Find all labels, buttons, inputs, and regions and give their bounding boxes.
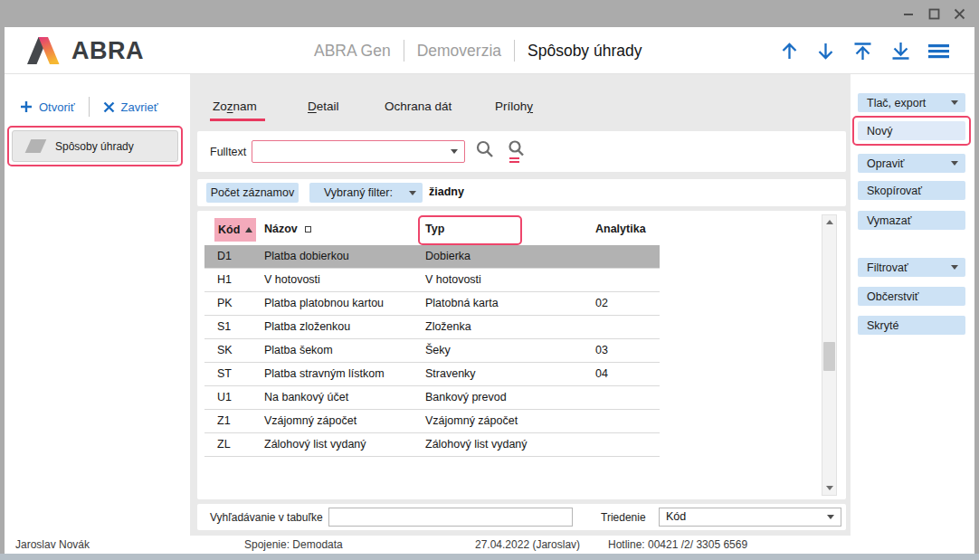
arrow-to-bottom-icon[interactable] [889, 41, 912, 62]
parallelogram-icon [25, 139, 47, 153]
edition-label: Demoverzia [417, 42, 501, 61]
status-hotline: Hotline: 00421 /2/ 3305 6569 [608, 538, 747, 551]
vertical-scrollbar[interactable] [822, 214, 837, 496]
selected-filter-dropdown[interactable]: Vybraný filter: [309, 183, 423, 203]
table-row[interactable]: SKPlatba šekomŠeky03 [204, 339, 660, 363]
sort-label: Triedenie [601, 511, 646, 524]
chevron-down-icon [951, 265, 958, 270]
table-row[interactable]: Z1Vzájomný zápočetVzájomný zápočet [204, 410, 660, 433]
selected-filter-value: žiadny [429, 185, 464, 198]
table-row[interactable]: ZLZálohový list vydanýZálohový list vyda… [204, 433, 660, 457]
copy-button[interactable]: Skopírovať [858, 181, 965, 200]
logo-text: ABRA [71, 37, 144, 65]
annotation-highlight-nav-item: Spôsoby úhrady [7, 126, 183, 166]
record-navigation [779, 27, 950, 74]
tab-detail[interactable]: Detail [308, 100, 339, 113]
window-titlebar[interactable] [0, 0, 979, 27]
close-tab-button-label: Zavrieť [121, 100, 158, 114]
arrow-up-icon[interactable] [779, 41, 800, 62]
column-header-kod[interactable]: Kód [214, 218, 256, 242]
table-search-box[interactable] [328, 508, 573, 527]
fulltext-combobox[interactable] [252, 140, 465, 163]
table-body: D1Platba dobierkouDobierka H1V hotovosti… [204, 245, 660, 457]
divider [89, 97, 90, 117]
chevron-down-icon [951, 100, 958, 105]
breadcrumb: ABRA Gen Demoverzia Spôsoby úhrady [314, 27, 642, 74]
scrollbar-thumb[interactable] [823, 342, 835, 371]
window-border-right [974, 27, 979, 554]
table-search-label: Vyhľadávanie v tabuľke [210, 511, 323, 524]
table-row[interactable]: U1Na bankový účetBankový prevod [204, 386, 660, 410]
delete-button[interactable]: Vymazať [858, 211, 965, 230]
open-button-label: Otvoriť [39, 100, 75, 114]
fulltext-panel: Fulltext [197, 131, 846, 172]
sidebar-toolbar: Otvoriť Zavrieť [20, 94, 158, 119]
table-row[interactable]: PKPlatba platobnou kartouPlatobná karta0… [204, 292, 660, 316]
fulltext-input[interactable] [255, 142, 448, 161]
scroll-up-icon[interactable] [822, 215, 836, 229]
close-tab-button[interactable]: Zavrieť [103, 100, 158, 114]
sort-dropdown-value: Kód [666, 510, 686, 523]
abra-logo: ABRA [27, 27, 144, 74]
plus-icon [20, 100, 33, 113]
table-row[interactable]: STPlatba stravným lístkomStravenky04 [204, 363, 660, 386]
close-icon[interactable] [946, 0, 972, 27]
table-search-input[interactable] [332, 509, 569, 525]
column-header-analytika[interactable]: Analytika [595, 223, 646, 235]
scroll-down-icon[interactable] [822, 481, 836, 495]
active-tab-underline [210, 119, 265, 121]
table-panel: Kód Názov Typ Analytika D1Platba dobierk… [197, 211, 846, 499]
table-row[interactable]: D1Platba dobierkouDobierka [204, 245, 660, 269]
app-name: ABRA Gen [314, 42, 391, 61]
new-button[interactable]: Nový [858, 121, 965, 140]
table-row[interactable]: S1Platba zloženkouZloženka [204, 316, 660, 339]
record-count-button[interactable]: Počet záznamov [206, 183, 299, 203]
right-sidebar [851, 74, 974, 554]
arrow-down-icon[interactable] [815, 41, 836, 62]
chevron-down-icon[interactable] [451, 149, 458, 154]
abra-logo-mark [27, 37, 63, 64]
hamburger-menu-icon[interactable] [927, 41, 950, 62]
column-header-typ[interactable]: Typ [425, 223, 444, 235]
page-title: Spôsoby úhrady [528, 42, 642, 61]
magnifier-icon[interactable] [475, 139, 495, 161]
sort-ascending-icon [245, 227, 252, 233]
status-bar: Jaroslav Novák Spojenie: Demodata 27.04.… [5, 536, 974, 554]
tab-prilohy[interactable]: Prílohy [495, 100, 533, 113]
edit-button[interactable]: Opraviť [858, 154, 965, 173]
x-icon [103, 101, 115, 113]
print-export-button[interactable]: Tlač, export [858, 93, 965, 112]
refresh-button[interactable]: Občerstviť [858, 287, 965, 306]
filter-panel: Počet záznamov Vybraný filter: žiadny [197, 179, 846, 206]
tab-ochrana-dat[interactable]: Ochrana dát [385, 100, 451, 113]
minimize-icon[interactable] [896, 0, 921, 27]
table-row[interactable]: H1V hotovostiV hotovosti [204, 269, 660, 292]
sidebar-item-sposoby-uhrady[interactable]: Spôsoby úhrady [12, 130, 178, 162]
hidden-button[interactable]: Skryté [858, 316, 965, 335]
maximize-icon[interactable] [921, 0, 946, 27]
magnifier-underline-icon[interactable] [507, 139, 527, 164]
chevron-down-icon [409, 191, 416, 195]
divider [514, 40, 515, 62]
app-header: ABRA ABRA Gen Demoverzia Spôsoby úhrady [5, 27, 974, 74]
app-window: ABRA ABRA Gen Demoverzia Spôsoby úhrady [0, 0, 979, 560]
status-date: 27.04.2022 (Jaroslav) [475, 538, 580, 551]
chevron-down-icon [951, 161, 958, 166]
window-border-bottom [0, 554, 979, 560]
sort-dropdown[interactable]: Kód [659, 508, 841, 527]
column-header-nazov[interactable]: Názov [264, 223, 311, 235]
fulltext-label: Fulltext [210, 146, 246, 158]
status-connection: Spojenie: Demodata [244, 538, 343, 551]
chevron-down-icon [827, 515, 834, 519]
group-box-icon [305, 226, 311, 233]
tab-zoznam[interactable]: Zoznam [213, 100, 257, 113]
table-footer-panel: Vyhľadávanie v tabuľke Triedenie Kód [197, 504, 846, 530]
open-button[interactable]: Otvoriť [20, 100, 75, 114]
sidebar-item-label: Spôsoby úhrady [55, 140, 134, 153]
filter-button[interactable]: Filtrovať [858, 258, 965, 277]
arrow-to-top-icon[interactable] [851, 41, 874, 62]
status-user: Jaroslav Novák [15, 538, 90, 551]
divider [404, 40, 404, 62]
